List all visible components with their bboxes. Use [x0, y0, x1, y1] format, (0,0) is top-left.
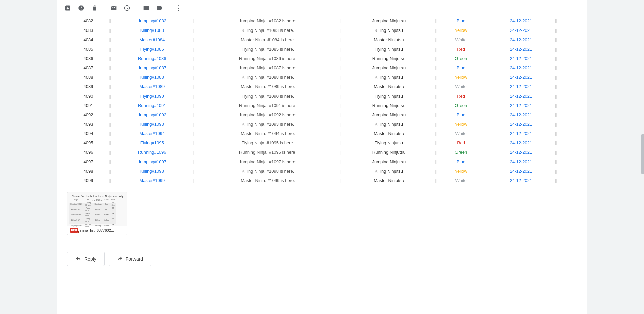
separator: || [106, 16, 114, 26]
cell-id: 4083 [70, 26, 106, 35]
separator: || [432, 167, 440, 176]
separator: || [482, 54, 489, 63]
cell-class: Killing Ninjutsu [345, 26, 432, 35]
cell-name: Jumping#1087 [114, 63, 190, 73]
table-row: 4096 || Running#1096 || Running Ninja. #… [64, 148, 580, 157]
more-options-icon[interactable]: ⋮ [175, 4, 183, 12]
separator: || [190, 138, 198, 148]
row-spacer [64, 129, 70, 138]
cell-date: 24-12-2021 [489, 148, 552, 157]
cell-spacer [560, 138, 580, 148]
cell-desc: Master Ninja. #1094 is here. [198, 129, 338, 138]
cell-date: 24-12-2021 [489, 54, 552, 63]
separator: || [106, 129, 114, 138]
separator: || [190, 82, 198, 91]
separator: || [432, 110, 440, 120]
separator: || [337, 120, 345, 129]
cell-color: Red [440, 91, 482, 101]
separator: || [337, 63, 345, 73]
table-row: 4083 || Killing#1083 || Killing Ninja. #… [64, 26, 580, 35]
row-spacer [64, 176, 70, 185]
separator: || [106, 167, 114, 176]
label-icon[interactable] [156, 4, 164, 12]
separator: || [552, 148, 560, 157]
table-row: 4091 || Running#1091 || Running Ninja. #… [64, 101, 580, 110]
move-to-icon[interactable] [142, 4, 150, 12]
table-row: 4086 || Running#1086 || Running Ninja. #… [64, 54, 580, 63]
separator: || [432, 16, 440, 26]
separator: || [482, 101, 489, 110]
separator: || [482, 138, 489, 148]
table-row: 4084 || Master#1084 || Master Ninja. #10… [64, 35, 580, 45]
scrollbar-thumb[interactable] [641, 134, 644, 174]
cell-class: Flying Ninjutsu [345, 138, 432, 148]
cell-date: 24-12-2021 [489, 16, 552, 26]
cell-date: 24-12-2021 [489, 101, 552, 110]
ninja-table: 4082 || Jumping#1082 || Jumping Ninja. #… [64, 16, 580, 185]
cell-name: Master#1089 [114, 82, 190, 91]
cell-date: 24-12-2021 [489, 73, 552, 82]
archive-icon[interactable] [64, 4, 72, 12]
separator: || [190, 167, 198, 176]
row-spacer [64, 45, 70, 54]
cell-id: 4095 [70, 138, 106, 148]
table-row: 4087 || Jumping#1087 || Jumping Ninja. #… [64, 63, 580, 73]
separator: || [432, 54, 440, 63]
cell-name: Jumping#1092 [114, 110, 190, 120]
cell-class: Jumping Ninjutsu [345, 16, 432, 26]
separator: || [106, 110, 114, 120]
cell-id: 4099 [70, 176, 106, 185]
separator: || [482, 26, 489, 35]
cell-color: Red [440, 45, 482, 54]
separator: || [190, 176, 198, 185]
row-spacer [64, 54, 70, 63]
separator: || [106, 138, 114, 148]
cell-desc: Jumping Ninja. #1092 is here. [198, 110, 338, 120]
cell-name: Master#1084 [114, 35, 190, 45]
cell-color: Red [440, 138, 482, 148]
separator: || [482, 110, 489, 120]
report-spam-icon[interactable] [77, 4, 85, 12]
cell-spacer [560, 26, 580, 35]
separator: || [106, 26, 114, 35]
cell-date: 24-12-2021 [489, 35, 552, 45]
separator: || [106, 157, 114, 167]
reply-icon [75, 255, 82, 262]
table-row: 4095 || Flying#1095 || Flying Ninja. #10… [64, 138, 580, 148]
separator: || [106, 63, 114, 73]
separator: || [106, 91, 114, 101]
cell-id: 4094 [70, 129, 106, 138]
forward-button[interactable]: Forward [109, 252, 151, 266]
cell-color: Blue [440, 110, 482, 120]
separator: || [552, 35, 560, 45]
separator: || [190, 73, 198, 82]
separator: || [337, 101, 345, 110]
delete-icon[interactable] [91, 4, 99, 12]
separator: || [482, 129, 489, 138]
separator: || [482, 63, 489, 73]
cell-id: 4088 [70, 73, 106, 82]
separator: || [552, 167, 560, 176]
separator: || [190, 45, 198, 54]
separator: || [190, 91, 198, 101]
cell-desc: Killing Ninja. #1083 is here. [198, 26, 338, 35]
cell-spacer [560, 129, 580, 138]
cell-id: 4096 [70, 148, 106, 157]
cell-class: Jumping Ninjutsu [345, 110, 432, 120]
reply-button[interactable]: Reply [67, 252, 105, 266]
separator: || [432, 91, 440, 101]
cell-date: 24-12-2021 [489, 167, 552, 176]
cell-desc: Killing Ninja. #1088 is here. [198, 73, 338, 82]
cell-name: Flying#1095 [114, 138, 190, 148]
cell-spacer [560, 148, 580, 157]
cell-date: 24-12-2021 [489, 45, 552, 54]
snooze-icon[interactable] [123, 4, 131, 12]
mark-unread-icon[interactable] [110, 4, 118, 12]
cell-date: 24-12-2021 [489, 176, 552, 185]
attachment-card[interactable]: Please find the below list of Ninjas cur… [67, 192, 127, 235]
separator: || [482, 45, 489, 54]
table-row: 4092 || Jumping#1092 || Jumping Ninja. #… [64, 110, 580, 120]
cell-name: Master#1094 [114, 129, 190, 138]
cell-name: Killing#1083 [114, 26, 190, 35]
cell-id: 4098 [70, 167, 106, 176]
